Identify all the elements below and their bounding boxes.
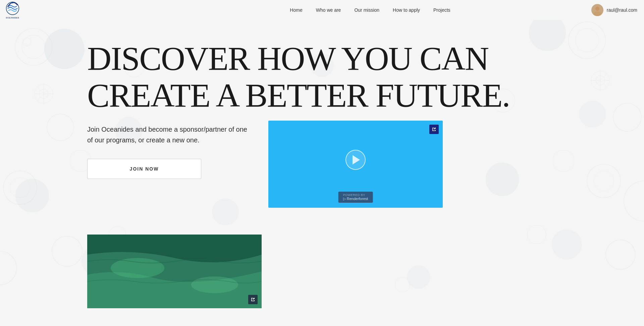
bottom-image-strip bbox=[87, 235, 262, 308]
main-content: DISCOVER HOW YOU CAN CREATE A BETTER FUT… bbox=[0, 0, 644, 308]
svg-point-43 bbox=[191, 276, 238, 293]
video-player: POWERED BY ▷ Renderforest bbox=[268, 121, 443, 208]
hero-description: Join Oceanides and become a sponsor/part… bbox=[87, 124, 248, 145]
powered-by-label: POWERED BY ▷ Renderforest bbox=[343, 193, 368, 201]
nav-our-mission[interactable]: Our mission bbox=[354, 7, 379, 13]
user-email-label: raul@raul.com bbox=[607, 7, 637, 13]
nav-links: Home Who we are Our mission How to apply… bbox=[290, 7, 450, 13]
hero-title-line2: CREATE A BETTER FUTURE. bbox=[87, 77, 510, 114]
svg-point-42 bbox=[111, 258, 164, 278]
bottom-image bbox=[87, 235, 262, 308]
logo[interactable]: OCEANIDES bbox=[3, 1, 22, 19]
nav-home[interactable]: Home bbox=[290, 7, 302, 13]
hero-body: Join Oceanides and become a sponsor/part… bbox=[87, 124, 557, 208]
join-now-button[interactable]: JOIN NOW bbox=[87, 159, 201, 179]
svg-point-38 bbox=[593, 11, 602, 16]
bottom-external-link-icon[interactable] bbox=[248, 295, 258, 304]
video-external-link-icon[interactable] bbox=[429, 125, 439, 134]
nav-projects[interactable]: Projects bbox=[433, 7, 450, 13]
avatar bbox=[591, 4, 603, 16]
nav-who-we-are[interactable]: Who we are bbox=[316, 7, 341, 13]
navbar: OCEANIDES Home Who we are Our mission Ho… bbox=[0, 0, 644, 20]
hero-left: Join Oceanides and become a sponsor/part… bbox=[87, 124, 248, 179]
play-icon bbox=[353, 155, 360, 165]
svg-point-36 bbox=[12, 2, 13, 3]
svg-text:OCEANIDES: OCEANIDES bbox=[6, 16, 19, 18]
logo-icon: OCEANIDES bbox=[3, 1, 22, 19]
video-play-button[interactable] bbox=[345, 150, 366, 170]
hero-title: DISCOVER HOW YOU CAN CREATE A BETTER FUT… bbox=[87, 40, 557, 114]
renderforest-badge: POWERED BY ▷ Renderforest bbox=[338, 192, 373, 203]
nav-how-to-apply[interactable]: How to apply bbox=[393, 7, 420, 13]
svg-point-40 bbox=[595, 7, 599, 11]
hero-section: DISCOVER HOW YOU CAN CREATE A BETTER FUT… bbox=[0, 27, 644, 208]
hero-title-line1: DISCOVER HOW YOU CAN bbox=[87, 40, 488, 77]
user-profile[interactable]: raul@raul.com bbox=[591, 4, 637, 16]
